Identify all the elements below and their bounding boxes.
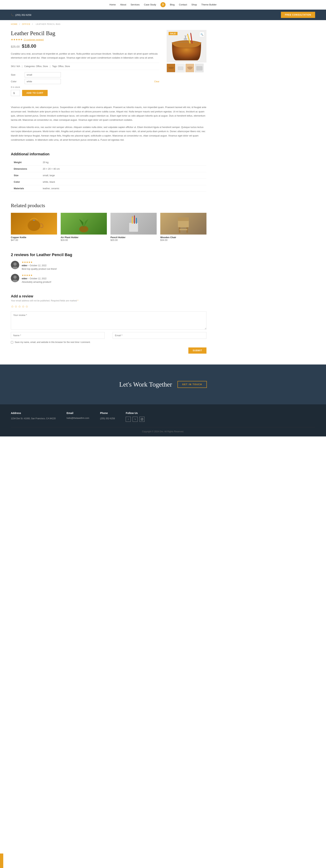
product-card-copper-kettle[interactable]: Copper Kettle $47.00 <box>11 213 57 242</box>
main-product-image: SALE! 🔍 <box>167 30 206 63</box>
color-select[interactable]: white black <box>25 79 61 84</box>
footer-address-content: 1234 Divi St. #1000, San Francisco, CA 9… <box>11 417 56 420</box>
info-label-dimensions: Dimensions <box>11 166 40 172</box>
svg-rect-12 <box>196 66 202 70</box>
related-products-title: Related products <box>11 203 206 209</box>
review-stars-1: ★★★★★ <box>22 261 206 264</box>
star-2[interactable]: ☆ <box>14 305 18 309</box>
product-price-copper-kettle: $47.00 <box>11 239 18 241</box>
breadcrumb-current: LEATHER PENCIL BAG <box>36 23 61 25</box>
product-info: Leather Pencil Bag ★★★★★ (2 customer rev… <box>11 30 159 96</box>
svg-rect-9 <box>178 67 183 70</box>
reviewer-info-2: eidev – October 12, 2022 <box>22 277 206 280</box>
review-textarea[interactable] <box>11 311 206 330</box>
svg-point-13 <box>28 220 40 231</box>
additional-info-title: Additional information <box>11 152 206 156</box>
new-price: $18.00 <box>22 43 36 49</box>
info-label-weight: Weight <box>11 159 40 166</box>
svg-point-30 <box>13 276 17 279</box>
nav-case-study[interactable]: Case Study <box>144 3 156 6</box>
nav-theme-builder[interactable]: Theme Builder <box>201 3 217 6</box>
nav-services[interactable]: Services <box>131 3 140 6</box>
thumbnail-1[interactable] <box>167 64 175 72</box>
phone-icon: 📞 <box>11 13 14 16</box>
info-table: Weight 20 kg Dimensions 20 × 20 × 40 cm … <box>11 159 206 192</box>
footer-phone-content: (255) 352-6258 <box>100 417 115 420</box>
breadcrumb-home[interactable]: HOME <box>11 23 18 25</box>
breadcrumb-office[interactable]: OFFICE <box>22 23 30 25</box>
quantity-input[interactable] <box>11 90 20 96</box>
product-image-pencil-holder <box>110 213 157 235</box>
reviewer-info-1: eidev – October 12, 2022 <box>22 264 206 267</box>
review-text-2: Absolutely amazing product! <box>22 281 206 283</box>
add-review-title: Add a review <box>11 294 206 298</box>
nav-home[interactable]: Home <box>109 3 116 6</box>
table-row: Color white, black <box>11 179 206 185</box>
description-paragraph-2: Donec ultrices lobortis eros, nec auctor… <box>11 125 206 142</box>
size-select[interactable]: small large <box>25 72 61 78</box>
cta-heading: Let's Work Together <box>119 381 172 388</box>
facebook-icon[interactable]: f <box>126 417 131 422</box>
header-bar: 📞 (255) 352-6258 FREE CONSULTATION <box>0 10 326 20</box>
nav-blog[interactable]: Blog <box>170 3 174 6</box>
rating-stars-input[interactable]: ☆ ☆ ☆ ☆ ☆ <box>11 305 206 309</box>
email-input[interactable] <box>112 332 206 339</box>
svg-rect-16 <box>129 223 138 232</box>
save-info-label: Save my name, email, and website in this… <box>15 341 91 343</box>
thumbnail-2[interactable] <box>176 64 185 72</box>
star-3[interactable]: ☆ <box>18 305 21 309</box>
table-row: Weight 20 kg <box>11 159 206 166</box>
get-in-touch-button[interactable]: GET IN TOUCH <box>177 381 207 388</box>
star-4[interactable]: ☆ <box>22 305 25 309</box>
product-name-wooden-chair: Wooden Chair <box>160 236 206 239</box>
thumbnail-4[interactable] <box>195 64 203 72</box>
zoom-button[interactable]: 🔍 <box>199 32 204 37</box>
svg-marker-21 <box>134 215 135 216</box>
table-row: Dimensions 20 × 20 × 40 cm <box>11 166 206 172</box>
footer-grid: Address 1234 Divi St. #1000, San Francis… <box>11 412 315 422</box>
nav-contact[interactable]: Contact <box>179 3 187 6</box>
product-title: Leather Pencil Bag <box>11 30 159 37</box>
product-image-wooden-chair <box>160 213 206 235</box>
reviewer-avatar-2 <box>11 274 19 282</box>
footer-email-link[interactable]: hello@thelawefirm.com <box>66 417 89 420</box>
submit-review-button[interactable]: SUBMIT <box>188 347 206 353</box>
info-label-color: Color <box>11 179 40 185</box>
add-to-cart-button[interactable]: ADD TO CART <box>22 90 47 96</box>
review-item-1: ★★★★★ eidev – October 12, 2022 Best top … <box>11 261 206 270</box>
product-thumbnails <box>167 64 206 72</box>
star-5[interactable]: ☆ <box>25 305 28 309</box>
twitter-x-icon[interactable]: 𝕏 <box>133 417 138 422</box>
size-label: Size <box>11 73 22 76</box>
footer-address: Address 1234 Divi St. #1000, San Francis… <box>11 412 56 422</box>
nav-about[interactable]: About <box>120 3 126 6</box>
footer-phone: Phone (255) 352-6258 <box>100 412 115 422</box>
tags-label: Tags: <box>52 65 58 68</box>
description-paragraph-1: Vivamus ut gravida mi, nec ullamcorper p… <box>11 105 206 122</box>
free-consultation-button[interactable]: FREE CONSULTATION <box>281 12 315 18</box>
footer-phone-title: Phone <box>100 412 115 414</box>
instagram-icon[interactable] <box>139 417 144 422</box>
review-date-2: October 12, 2022 <box>30 277 46 280</box>
product-card-air-plant[interactable]: Air Plant Holder $16.00 <box>61 213 107 242</box>
product-card-wooden-chair[interactable]: Wooden Chair $34.00 <box>160 213 206 242</box>
thumbnail-3[interactable] <box>186 64 194 72</box>
color-label: Color <box>11 80 22 83</box>
review-count-link[interactable]: (2 customer reviews) <box>24 38 44 41</box>
product-name-air-plant: Air Plant Holder <box>61 236 107 239</box>
review-content-2: ★★★★★ eidev – October 12, 2022 Absolutel… <box>22 274 206 283</box>
star-1[interactable]: ☆ <box>11 305 14 309</box>
additional-information: Additional information Weight 20 kg Dime… <box>0 149 217 195</box>
product-card-pencil-holder[interactable]: Pencil Holder $20.00 <box>110 213 157 242</box>
save-info-checkbox-row: Save my name, email, and website in this… <box>11 341 206 343</box>
reviewer-name-1: eidev <box>22 264 27 267</box>
top-navigation: Home About Services Case Study D Blog Co… <box>0 0 326 10</box>
product-price-air-plant: $16.00 <box>61 239 68 241</box>
info-label-size: Size <box>11 172 40 179</box>
save-info-checkbox[interactable] <box>11 341 13 343</box>
name-input[interactable] <box>11 332 105 339</box>
categories-label: Categories: <box>24 65 36 68</box>
nav-shop[interactable]: Shop <box>191 3 197 6</box>
clear-link[interactable]: Clear <box>154 80 159 83</box>
site-logo[interactable]: D <box>160 2 166 7</box>
